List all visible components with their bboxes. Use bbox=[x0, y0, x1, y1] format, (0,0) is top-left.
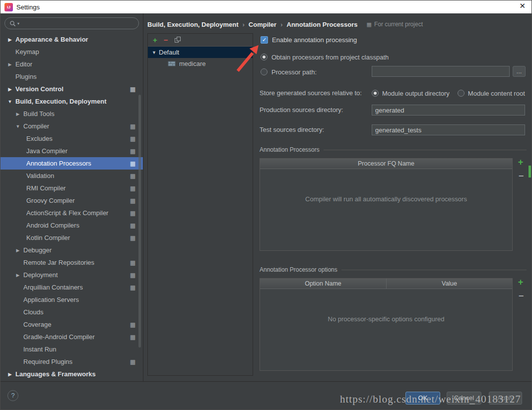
sidebar-item-build-tools[interactable]: ▶Build Tools bbox=[0, 108, 143, 120]
breadcrumb-part[interactable]: Compiler bbox=[249, 21, 276, 28]
chevron-right-icon[interactable]: ▶ bbox=[14, 112, 21, 117]
project-level-badge-icon: ▦ bbox=[130, 334, 135, 341]
sidebar-item-editor[interactable]: ▶Editor bbox=[0, 58, 143, 70]
chevron-right-icon[interactable]: ▶ bbox=[6, 87, 13, 92]
sidebar-item-clouds[interactable]: Clouds bbox=[0, 306, 143, 318]
sidebar-item-label: Keymap bbox=[0, 48, 39, 56]
chevron-right-icon[interactable]: ▶ bbox=[6, 372, 13, 377]
sidebar-item-application-servers[interactable]: Application Servers bbox=[0, 293, 143, 306]
store-option[interactable]: Module content root bbox=[458, 90, 525, 97]
add-option-button[interactable]: + bbox=[516, 278, 525, 287]
project-level-badge-icon: ▦ bbox=[130, 272, 135, 279]
browse-button[interactable]: ... bbox=[513, 66, 526, 77]
breadcrumb-part[interactable]: Build, Execution, Deployment bbox=[147, 21, 238, 28]
scrollbar-marker bbox=[529, 166, 531, 177]
sidebar-item-instant-run[interactable]: Instant Run bbox=[0, 343, 143, 355]
chevron-right-icon[interactable]: ▶ bbox=[14, 273, 21, 278]
enable-annotation-checkbox[interactable]: ✓ bbox=[261, 36, 268, 44]
sidebar-item-kotlin-compiler[interactable]: Kotlin Compiler▦ bbox=[0, 232, 143, 244]
store-relative-options: Module output directoryModule content ro… bbox=[372, 88, 525, 99]
module-icon bbox=[168, 60, 176, 67]
chevron-down-icon[interactable]: ▼ bbox=[14, 124, 21, 129]
processors-empty-text: Compiler will run all automatically disc… bbox=[260, 195, 512, 203]
chevron-down-icon[interactable]: ▼ bbox=[152, 50, 156, 55]
add-processor-button[interactable]: + bbox=[516, 158, 525, 167]
chevron-right-icon[interactable]: ▶ bbox=[6, 62, 13, 67]
breadcrumb-parts: Build, Execution, Deployment›Compiler›An… bbox=[147, 21, 358, 28]
sidebar-item-required-plugins[interactable]: Required Plugins▦ bbox=[0, 355, 143, 368]
settings-search-input[interactable] bbox=[21, 20, 134, 27]
obtain-processors-row: Obtain processors from project classpath bbox=[261, 53, 389, 61]
sidebar-item-groovy-compiler[interactable]: Groovy Compiler▦ bbox=[0, 194, 143, 207]
close-button[interactable]: ✕ bbox=[519, 1, 526, 10]
sidebar-item-annotation-processors[interactable]: Annotation Processors▦ bbox=[0, 157, 143, 170]
options-table-header[interactable]: Option Name Value bbox=[260, 279, 512, 289]
chevron-right-icon[interactable]: ▶ bbox=[14, 248, 21, 253]
copy-profile-icon[interactable] bbox=[175, 37, 181, 43]
sidebar-item-label: Kotlin Compiler bbox=[0, 234, 70, 241]
caret-down-icon: ▾ bbox=[17, 21, 19, 26]
production-sources-input[interactable] bbox=[372, 105, 525, 116]
sidebar-item-actionscript-flex-compiler[interactable]: ActionScript & Flex Compiler▦ bbox=[0, 207, 143, 219]
sidebar-item-debugger[interactable]: ▶Debugger bbox=[0, 244, 143, 256]
sidebar-item-rmi-compiler[interactable]: RMI Compiler▦ bbox=[0, 182, 143, 194]
sidebar-scrollbar[interactable] bbox=[138, 95, 141, 348]
project-level-badge-icon: ▦ bbox=[130, 160, 135, 167]
processors-table-header[interactable]: Processor FQ Name bbox=[260, 159, 512, 169]
intellij-logo-icon: IJ bbox=[4, 3, 13, 11]
sidebar-item-java-compiler[interactable]: Java Compiler▦ bbox=[0, 145, 143, 157]
sidebar-item-arquillian-containers[interactable]: Arquillian Containers▦ bbox=[0, 281, 143, 293]
sidebar-item-label: Languages & Frameworks bbox=[0, 370, 96, 378]
sidebar-item-label: Debugger bbox=[0, 246, 52, 254]
sidebar-item-appearance-behavior[interactable]: ▶Appearance & Behavior bbox=[0, 33, 143, 46]
processors-section-header: Annotation Processors bbox=[260, 146, 527, 153]
test-sources-input[interactable] bbox=[372, 124, 525, 135]
remove-processor-button[interactable]: − bbox=[517, 172, 526, 181]
chevron-down-icon[interactable]: ▼ bbox=[6, 99, 13, 104]
breadcrumb: Build, Execution, Deployment›Compiler›An… bbox=[147, 17, 526, 31]
sidebar-item-android-compilers[interactable]: Android Compilers▦ bbox=[0, 219, 143, 232]
watermark-text: https://blog.csdn.net/weixin_40183127 bbox=[340, 393, 521, 406]
sidebar-item-plugins[interactable]: Plugins bbox=[0, 70, 143, 83]
store-relative-label: Store generated sources relative to: bbox=[260, 88, 362, 99]
radio-icon[interactable] bbox=[458, 90, 465, 97]
project-level-badge-icon: ▦ bbox=[130, 222, 135, 229]
project-level-badge-icon: ▦ bbox=[130, 284, 135, 291]
project-level-badge-icon: ▦ bbox=[130, 148, 135, 155]
project-level-badge-icon: ▦ bbox=[130, 210, 135, 217]
sidebar-item-label: RMI Compiler bbox=[0, 184, 66, 192]
remove-option-button[interactable]: − bbox=[517, 292, 526, 301]
sidebar-item-excludes[interactable]: Excludes▦ bbox=[0, 132, 143, 145]
sidebar-item-languages-frameworks[interactable]: ▶Languages & Frameworks bbox=[0, 368, 143, 380]
chevron-right-icon[interactable]: ▶ bbox=[6, 37, 13, 42]
remove-profile-button[interactable]: − bbox=[164, 37, 168, 44]
store-option[interactable]: Module output directory bbox=[372, 90, 450, 97]
sidebar-item-label: Gradle-Android Compiler bbox=[0, 333, 95, 341]
sidebar-item-deployment[interactable]: ▶Deployment▦ bbox=[0, 269, 143, 281]
column-option-name[interactable]: Option Name bbox=[260, 279, 387, 289]
titlebar: IJ Settings ✕ bbox=[0, 0, 532, 13]
sidebar-item-build-execution-deployment[interactable]: ▼Build, Execution, Deployment bbox=[0, 95, 143, 108]
sidebar-item-compiler[interactable]: ▼Compiler▦ bbox=[0, 120, 143, 132]
sidebar-item-keymap[interactable]: Keymap bbox=[0, 46, 143, 58]
sidebar-item-label: Plugins bbox=[0, 73, 37, 80]
add-profile-button[interactable]: + bbox=[153, 37, 157, 44]
project-level-badge-icon: ▦ bbox=[130, 173, 135, 179]
sidebar-item-version-control[interactable]: ▶Version Control▦ bbox=[0, 83, 143, 95]
column-processor-fq-name[interactable]: Processor FQ Name bbox=[260, 159, 512, 169]
sidebar-item-validation[interactable]: Validation▦ bbox=[0, 170, 143, 182]
enable-annotation-label: Enable annotation processing bbox=[272, 36, 357, 44]
sidebar-item-gradle-android-compiler[interactable]: Gradle-Android Compiler▦ bbox=[0, 331, 143, 343]
sidebar-item-remote-jar-repositories[interactable]: Remote Jar Repositories▦ bbox=[0, 256, 143, 269]
sidebar-item-label: Excludes bbox=[0, 135, 53, 142]
radio-icon[interactable] bbox=[372, 90, 379, 97]
sidebar-item-coverage[interactable]: Coverage▦ bbox=[0, 318, 143, 331]
column-value[interactable]: Value bbox=[387, 279, 512, 289]
scope-label: For current project bbox=[374, 21, 423, 28]
search-box[interactable]: ▾ bbox=[4, 17, 139, 29]
sidebar-item-label: Compiler bbox=[0, 122, 49, 130]
help-button[interactable]: ? bbox=[7, 390, 18, 401]
processor-path-input[interactable] bbox=[372, 66, 510, 77]
processor-path-row: Processor path: bbox=[261, 67, 317, 76]
breadcrumb-part[interactable]: Annotation Processors bbox=[287, 21, 358, 28]
